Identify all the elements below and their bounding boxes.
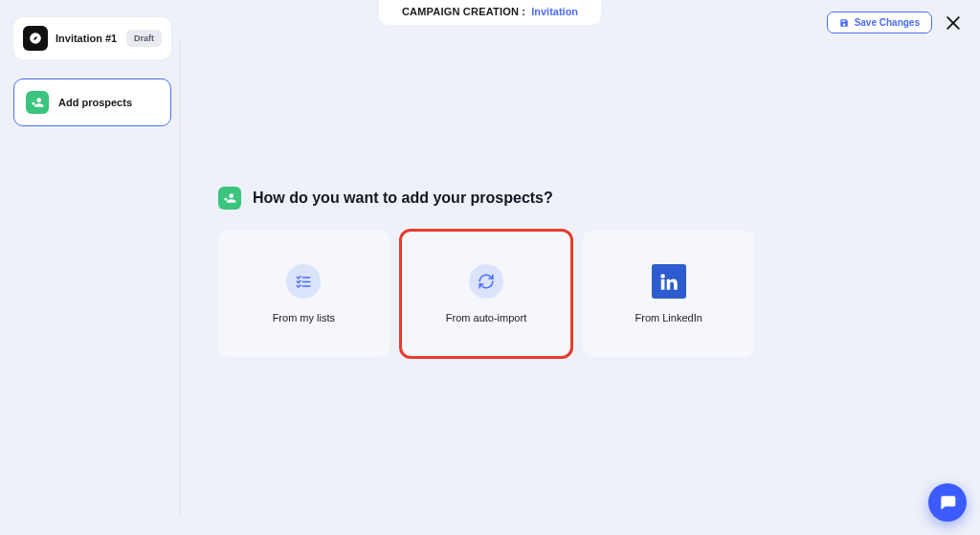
add-prospect-icon	[26, 91, 49, 114]
option-from-my-lists[interactable]: From my lists	[218, 231, 390, 357]
main-content: How do you want to add your prospects? F…	[218, 187, 754, 357]
option-label: From LinkedIn	[635, 312, 702, 323]
checklist-icon	[295, 273, 312, 290]
campaign-name: Invitation #1	[56, 33, 119, 44]
compass-icon	[29, 32, 42, 45]
linkedin-icon	[652, 264, 686, 299]
campaign-card[interactable]: Invitation #1 Draft	[13, 17, 171, 59]
campaign-status-badge: Draft	[126, 30, 162, 47]
option-from-linkedin[interactable]: From LinkedIn	[583, 231, 754, 357]
close-icon[interactable]	[944, 13, 963, 33]
option-label: From my lists	[273, 312, 335, 323]
question-title: How do you want to add your prospects?	[253, 189, 553, 207]
sidebar-step-add-prospects[interactable]: Add prospects	[13, 78, 171, 126]
save-icon	[839, 18, 849, 28]
user-plus-icon	[31, 96, 44, 109]
chat-icon	[938, 493, 957, 512]
list-icon	[286, 264, 321, 299]
save-button-label: Save Changes	[855, 17, 920, 28]
linkedin-glyph-icon	[658, 271, 679, 292]
sidebar-step-label: Add prospects	[58, 97, 132, 108]
option-cards: From my lists From auto-import From Link…	[218, 231, 754, 357]
question-row: How do you want to add your prospects?	[218, 187, 754, 210]
question-icon	[218, 187, 241, 210]
header-breadcrumb: CAMPAIGN CREATION : Invitation	[379, 0, 601, 25]
chat-widget-button[interactable]	[928, 483, 967, 522]
refresh-icon	[478, 273, 495, 290]
sidebar: Invitation #1 Draft Add prospects	[13, 17, 171, 126]
top-actions: Save Changes	[827, 11, 963, 33]
vertical-divider	[180, 38, 181, 517]
app-icon	[23, 26, 48, 51]
auto-import-icon	[469, 264, 503, 299]
option-from-auto-import[interactable]: From auto-import	[401, 231, 572, 357]
option-label: From auto-import	[446, 312, 526, 323]
header-label: CAMPAIGN CREATION :	[402, 6, 525, 17]
user-plus-icon	[223, 191, 236, 205]
save-button[interactable]: Save Changes	[827, 11, 932, 33]
header-value: Invitation	[531, 6, 578, 17]
